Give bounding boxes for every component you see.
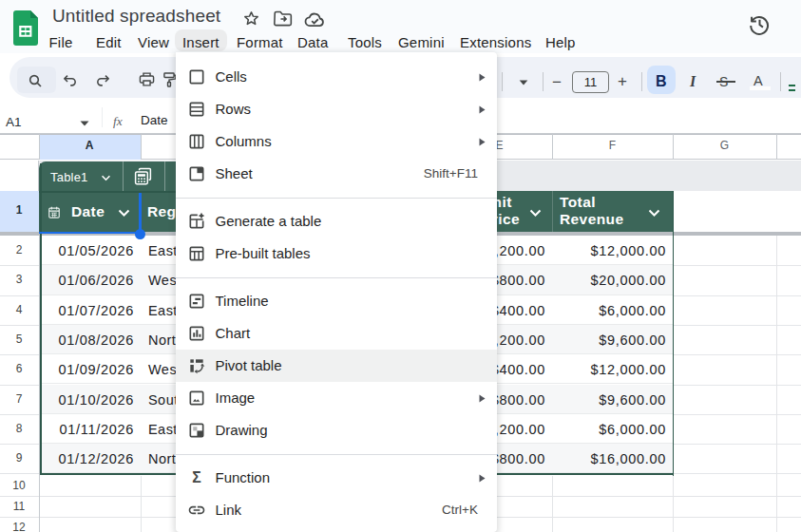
svg-text:Σ: Σ [192, 469, 201, 485]
